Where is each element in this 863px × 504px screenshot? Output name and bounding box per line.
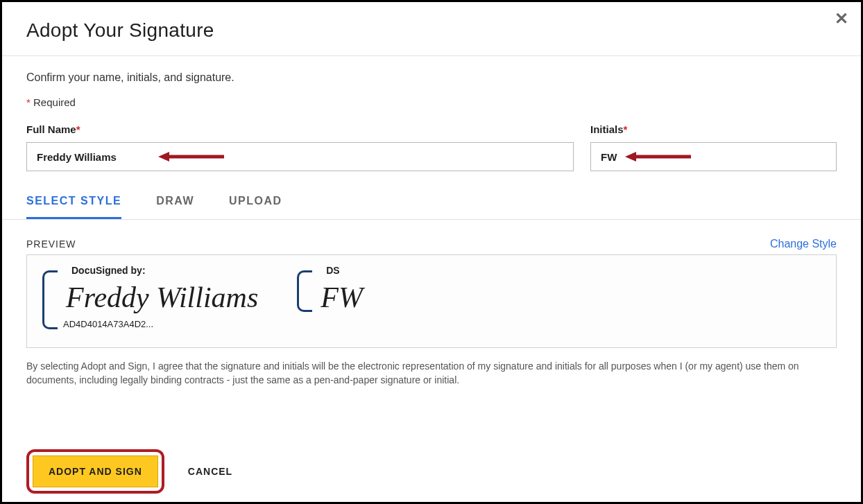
initials-block: DS FW	[297, 265, 367, 318]
asterisk-icon: *	[76, 123, 80, 135]
docusigned-by-label: DocuSigned by:	[71, 265, 262, 276]
disclaimer-text: By selecting Adopt and Sign, I agree tha…	[26, 359, 837, 388]
full-name-input-wrapper	[26, 142, 574, 171]
bracket-icon	[42, 270, 58, 329]
initials-input-wrapper	[590, 142, 837, 171]
asterisk-icon: *	[26, 96, 31, 108]
initials-preview: FW	[316, 277, 367, 318]
ds-label: DS	[326, 265, 367, 276]
initials-label: Initials*	[590, 123, 837, 135]
initials-group: Initials*	[590, 123, 837, 171]
adopt-and-sign-button[interactable]: ADOPT AND SIGN	[33, 455, 158, 487]
tab-upload[interactable]: UPLOAD	[229, 191, 282, 219]
full-name-label: Full Name*	[26, 123, 574, 135]
signature-hash: AD4D4014A73A4D2...	[63, 319, 262, 329]
full-name-group: Full Name*	[26, 123, 574, 171]
preview-section: PREVIEW Change Style DocuSigned by: Fred…	[26, 220, 837, 388]
modal-footer: ADOPT AND SIGN CANCEL	[2, 449, 861, 502]
full-name-label-text: Full Name	[26, 123, 76, 135]
required-label: Required	[33, 96, 76, 108]
close-button[interactable]: ✕	[835, 9, 848, 28]
full-name-input[interactable]	[26, 142, 574, 171]
preview-box: DocuSigned by: Freddy Williams AD4D4014A…	[26, 254, 837, 348]
modal-header: Adopt Your Signature	[2, 2, 861, 55]
asterisk-icon: *	[624, 123, 628, 135]
modal-body: Confirm your name, initials, and signatu…	[2, 56, 861, 388]
adopt-highlight: ADOPT AND SIGN	[26, 449, 164, 494]
required-note: * Required	[26, 96, 837, 108]
signature-block: DocuSigned by: Freddy Williams AD4D4014A…	[42, 265, 262, 329]
initials-label-text: Initials	[590, 123, 624, 135]
preview-header: PREVIEW Change Style	[26, 238, 837, 250]
tab-draw[interactable]: DRAW	[156, 191, 194, 219]
instruction-text: Confirm your name, initials, and signatu…	[26, 71, 837, 84]
tab-select-style[interactable]: SELECT STYLE	[26, 191, 121, 219]
bracket-icon	[297, 270, 312, 312]
preview-label: PREVIEW	[26, 238, 76, 250]
change-style-link[interactable]: Change Style	[770, 238, 837, 250]
close-icon: ✕	[835, 9, 848, 28]
cancel-button[interactable]: CANCEL	[188, 466, 232, 477]
signature-preview: Freddy Williams	[62, 277, 262, 318]
modal-title: Adopt Your Signature	[26, 19, 837, 42]
tabs: SELECT STYLE DRAW UPLOAD	[2, 191, 861, 220]
form-row: Full Name* Initials*	[26, 123, 837, 171]
initials-input[interactable]	[590, 142, 837, 171]
